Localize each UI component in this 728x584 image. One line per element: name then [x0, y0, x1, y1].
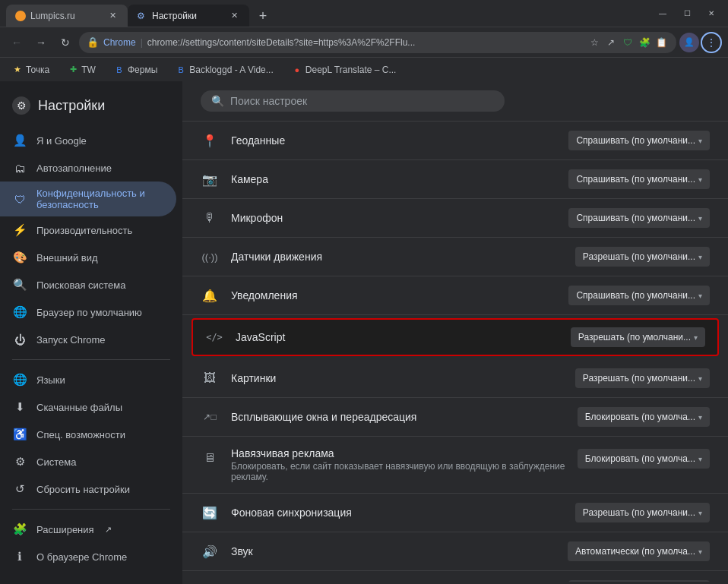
sidebar-nav: 👤 Я и Google 🗂 Автозаполнение 🛡 Конфиден… — [0, 127, 182, 570]
bookmark-fermy[interactable]: B Фермы — [108, 62, 163, 78]
sidebar-item-appearance[interactable]: 🎨 Внешний вид — [0, 244, 176, 271]
bookmark-tw[interactable]: ✚ TW — [62, 62, 102, 78]
profile-button[interactable]: 👤 — [679, 33, 699, 52]
system-icon: ⚙ — [12, 454, 27, 469]
sidebar-item-languages[interactable]: 🌐 Языки — [0, 366, 176, 393]
tab-lumpics[interactable]: Lumpics.ru ✕ — [6, 5, 128, 27]
search-input-wrap[interactable]: 🔍 — [201, 90, 505, 112]
popups-dropdown[interactable]: Блокировать (по умолча... ▾ — [578, 407, 710, 427]
forward-button[interactable]: → — [30, 32, 52, 53]
settings-item-images: 🖼 Картинки Разрешать (по умолчани... ▾ — [182, 359, 728, 398]
content-area: ⚙ Настройки 👤 Я и Google 🗂 Автозаполнени… — [0, 81, 728, 584]
google-icon: 👤 — [12, 133, 27, 148]
bookmark-label-tochka: Точка — [26, 65, 49, 75]
extensions-icon: 🧩 — [12, 522, 27, 537]
tab-favicon-lumpics — [15, 11, 26, 21]
camera-dropdown[interactable]: Спрашивать (по умолчани... ▾ — [568, 169, 710, 189]
sound-dropdown[interactable]: Автоматически (по умолча... ▾ — [568, 541, 710, 561]
tab-area: Lumpics.ru ✕ ⚙ Настройки ✕ + — [6, 0, 646, 27]
sidebar-label-extensions: Расширения — [36, 524, 94, 535]
bookmark-deepl[interactable]: ● DeepL Translate – C... — [286, 62, 403, 78]
bookmark-backloggd[interactable]: B Backloggd - A Vide... — [169, 62, 280, 78]
sidebar-item-accessibility[interactable]: ♿ Спец. возможности — [0, 421, 176, 448]
autodownload-dropdown[interactable]: Спрашивать (по умолчани... ▾ — [568, 580, 710, 582]
languages-icon: 🌐 — [12, 372, 27, 387]
javascript-dropdown[interactable]: Разрешать (по умолчани... ▾ — [571, 327, 705, 347]
sidebar-label-reset: Сбросить настройки — [36, 484, 130, 495]
microphone-dropdown[interactable]: Спрашивать (по умолчани... ▾ — [568, 208, 710, 228]
geodata-dropdown[interactable]: Спрашивать (по умолчани... ▾ — [568, 131, 710, 150]
images-dropdown[interactable]: Разрешать (по умолчани... ▾ — [575, 368, 710, 388]
tab-close-lumpics[interactable]: ✕ — [106, 10, 119, 22]
notifications-icon: 🔔 — [201, 286, 219, 305]
new-tab-button[interactable]: + — [252, 5, 274, 27]
sidebar-item-startup[interactable]: ⏻ Запуск Chrome — [0, 326, 176, 353]
tab-settings[interactable]: ⚙ Настройки ✕ — [128, 5, 249, 27]
address-bar[interactable]: 🔒 Chrome | chrome://settings/content/sit… — [79, 32, 676, 53]
dropdown-arrow: ▾ — [698, 253, 702, 261]
settings-item-sync: 🔄 Фоновая синхронизация Разрешать (по ум… — [182, 494, 728, 532]
puzzle-icon[interactable]: 🧩 — [637, 35, 652, 50]
sidebar-title: Настройки — [38, 98, 105, 114]
popups-icon: ↗□ — [201, 408, 219, 426]
geodata-icon: 📍 — [201, 131, 219, 150]
sidebar-item-performance[interactable]: ⚡ Производительность — [0, 216, 176, 244]
sidebar-label-languages: Языки — [36, 374, 65, 386]
default-browser-icon: 🌐 — [12, 305, 27, 320]
sync-dropdown[interactable]: Разрешать (по умолчани... ▾ — [575, 503, 710, 522]
minimize-button[interactable]: — — [652, 6, 673, 21]
reset-icon: ↺ — [12, 481, 27, 497]
bookmark-tochka[interactable]: ★ Точка — [6, 62, 55, 78]
tab-label-settings: Настройки — [152, 11, 223, 21]
dropdown-arrow: ▾ — [698, 137, 702, 145]
sidebar-item-extensions[interactable]: 🧩 Расширения ↗ — [0, 516, 182, 543]
bookmark-star-icon[interactable]: ☆ — [587, 35, 602, 50]
privacy-icon: 🛡 — [12, 191, 27, 207]
sidebar-item-system[interactable]: ⚙ Система — [0, 448, 176, 475]
back-button[interactable]: ← — [6, 32, 27, 53]
reload-button[interactable]: ↻ — [55, 32, 76, 53]
dropdown-arrow: ▾ — [698, 413, 702, 421]
images-label: Картинки — [231, 372, 563, 384]
chrome-menu-button[interactable]: ⋮ — [701, 32, 722, 53]
settings-item-notifications: 🔔 Уведомления Спрашивать (по умолчани...… — [182, 276, 728, 315]
share-icon[interactable]: ↗ — [603, 35, 619, 50]
sidebar-item-reset[interactable]: ↺ Сбросить настройки — [0, 475, 176, 503]
sidebar-item-autofill[interactable]: 🗂 Автозаполнение — [0, 154, 176, 182]
camera-label: Камера — [231, 173, 556, 185]
sidebar-label-appearance: Внешний вид — [36, 252, 98, 264]
sidebar-item-downloads[interactable]: ⬇ Скачанные файлы — [0, 393, 176, 421]
sidebar-label-startup: Запуск Chrome — [36, 334, 106, 346]
sidebar-item-default-browser[interactable]: 🌐 Браузер по умолчанию — [0, 298, 176, 326]
bookmarks-bar: ★ Точка ✚ TW B Фермы B Backloggd - A Vid… — [0, 57, 728, 81]
sync-label: Фоновая синхронизация — [231, 507, 563, 519]
sidebar-label-search: Поисковая система — [36, 279, 126, 291]
nav-right-controls: 👤 ⋮ — [679, 32, 722, 53]
settings-list: 📍 Геоданные Спрашивать (по умолчани... ▾… — [182, 122, 728, 582]
sidebar-label-default-browser: Браузер по умолчанию — [36, 307, 142, 318]
shield-check-icon[interactable]: 🛡 — [620, 35, 635, 50]
motion-dropdown[interactable]: Разрешать (по умолчани... ▾ — [575, 247, 710, 267]
sidebar-item-search[interactable]: 🔍 Поисковая система — [0, 271, 176, 298]
microphone-label: Микрофон — [231, 212, 556, 224]
sidebar-item-privacy[interactable]: 🛡 Конфиденциальность и безопасность — [0, 182, 176, 216]
javascript-label: JavaScript — [236, 331, 559, 343]
tab-label-lumpics: Lumpics.ru — [30, 11, 102, 21]
bookmark-icon-backloggd: B — [176, 65, 186, 75]
bookmark-label-fermy: Фермы — [128, 65, 157, 75]
reading-mode-icon[interactable]: 📋 — [654, 35, 669, 50]
notifications-dropdown[interactable]: Спрашивать (по умолчани... ▾ — [568, 286, 710, 305]
ads-dropdown[interactable]: Блокировать (по умолча... ▾ — [578, 449, 710, 469]
sidebar-item-google[interactable]: 👤 Я и Google — [0, 127, 176, 154]
tab-close-settings[interactable]: ✕ — [228, 10, 240, 22]
sidebar-item-about[interactable]: ℹ О браузере Chrome — [0, 543, 176, 570]
dropdown-arrow: ▾ — [698, 374, 702, 383]
sidebar-label-autofill: Автозаполнение — [36, 163, 112, 174]
appearance-icon: 🎨 — [12, 250, 27, 265]
close-button[interactable]: ✕ — [701, 6, 722, 21]
sidebar-divider — [12, 359, 170, 360]
maximize-button[interactable]: ☐ — [676, 6, 698, 21]
settings-item-javascript: </> JavaScript Разрешать (по умолчани...… — [191, 318, 719, 356]
search-input[interactable] — [230, 95, 494, 107]
bookmark-icon-fermy: B — [114, 65, 125, 75]
